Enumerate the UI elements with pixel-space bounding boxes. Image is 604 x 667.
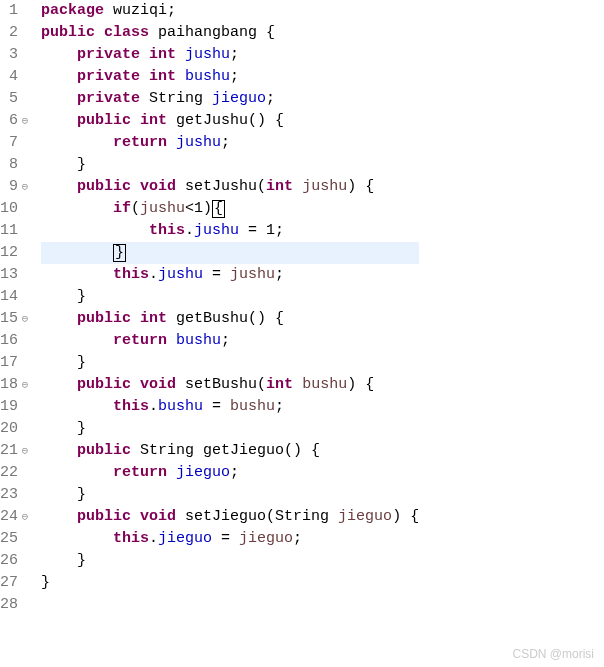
fold-icon [20,204,30,214]
fold-icon [20,600,30,610]
line-number: 7 [0,132,32,154]
code-line[interactable]: return jushu; [41,132,419,154]
line-number: 22 [0,462,32,484]
code-line[interactable]: } [41,550,419,572]
code-line[interactable]: package wuziqi; [41,0,419,22]
line-number: 16 [0,330,32,352]
line-number: 27 [0,572,32,594]
code-line[interactable]: } [41,286,419,308]
line-number: 1 [0,0,32,22]
line-number: 8 [0,154,32,176]
fold-icon [20,248,30,258]
fold-icon [20,270,30,280]
code-line[interactable]: public void setJushu(int jushu) { [41,176,419,198]
line-number: 26 [0,550,32,572]
line-number: 15⊖ [0,308,32,330]
code-line[interactable]: public void setJieguo(String jieguo) { [41,506,419,528]
line-number: 23 [0,484,32,506]
line-number: 3 [0,44,32,66]
code-line[interactable]: public String getJieguo() { [41,440,419,462]
fold-icon [20,28,30,38]
fold-icon [20,94,30,104]
fold-icon [20,578,30,588]
line-number: 21⊖ [0,440,32,462]
code-editor: 1 2 3 4 5 6⊖7 8 9⊖10 11 12 13 14 15⊖16 1… [0,0,604,616]
fold-icon [20,358,30,368]
fold-icon [20,160,30,170]
line-number: 24⊖ [0,506,32,528]
line-number: 10 [0,198,32,220]
code-line[interactable]: return jieguo; [41,462,419,484]
line-number: 14 [0,286,32,308]
line-number: 17 [0,352,32,374]
code-line[interactable]: } [41,242,419,264]
code-line[interactable]: public int getBushu() { [41,308,419,330]
code-line[interactable]: } [41,484,419,506]
line-number: 5 [0,88,32,110]
fold-icon [20,336,30,346]
code-line[interactable]: private String jieguo; [41,88,419,110]
fold-icon[interactable]: ⊖ [20,314,30,324]
fold-icon[interactable]: ⊖ [20,512,30,522]
code-line[interactable]: if(jushu<1){ [41,198,419,220]
fold-icon [20,292,30,302]
line-number: 9⊖ [0,176,32,198]
fold-icon[interactable]: ⊖ [20,380,30,390]
code-line[interactable]: } [41,352,419,374]
code-line[interactable]: } [41,418,419,440]
code-line[interactable]: this.jieguo = jieguo; [41,528,419,550]
code-line[interactable] [41,594,419,616]
line-number: 18⊖ [0,374,32,396]
line-number-gutter: 1 2 3 4 5 6⊖7 8 9⊖10 11 12 13 14 15⊖16 1… [0,0,35,616]
fold-icon [20,72,30,82]
code-line[interactable]: public int getJushu() { [41,110,419,132]
line-number: 25 [0,528,32,550]
fold-icon [20,534,30,544]
code-line[interactable]: } [41,154,419,176]
fold-icon [20,50,30,60]
code-line[interactable]: this.bushu = bushu; [41,396,419,418]
line-number: 12 [0,242,32,264]
line-number: 13 [0,264,32,286]
code-line[interactable]: this.jushu = jushu; [41,264,419,286]
fold-icon[interactable]: ⊖ [20,116,30,126]
code-line[interactable]: private int jushu; [41,44,419,66]
line-number: 19 [0,396,32,418]
line-number: 4 [0,66,32,88]
fold-icon [20,468,30,478]
code-line[interactable]: public void setBushu(int bushu) { [41,374,419,396]
code-area[interactable]: package wuziqi;public class paihangbang … [35,0,419,616]
line-number: 2 [0,22,32,44]
code-line[interactable]: return bushu; [41,330,419,352]
fold-icon[interactable]: ⊖ [20,446,30,456]
fold-icon [20,226,30,236]
code-line[interactable]: } [41,572,419,594]
fold-icon[interactable]: ⊖ [20,182,30,192]
line-number: 6⊖ [0,110,32,132]
code-line[interactable]: private int bushu; [41,66,419,88]
fold-icon [20,138,30,148]
fold-icon [20,424,30,434]
line-number: 20 [0,418,32,440]
fold-icon [20,556,30,566]
fold-icon [20,402,30,412]
fold-icon [20,490,30,500]
code-line[interactable]: public class paihangbang { [41,22,419,44]
line-number: 11 [0,220,32,242]
watermark: CSDN @morisi [512,647,594,661]
code-line[interactable]: this.jushu = 1; [41,220,419,242]
line-number: 28 [0,594,32,616]
fold-icon [20,6,30,16]
